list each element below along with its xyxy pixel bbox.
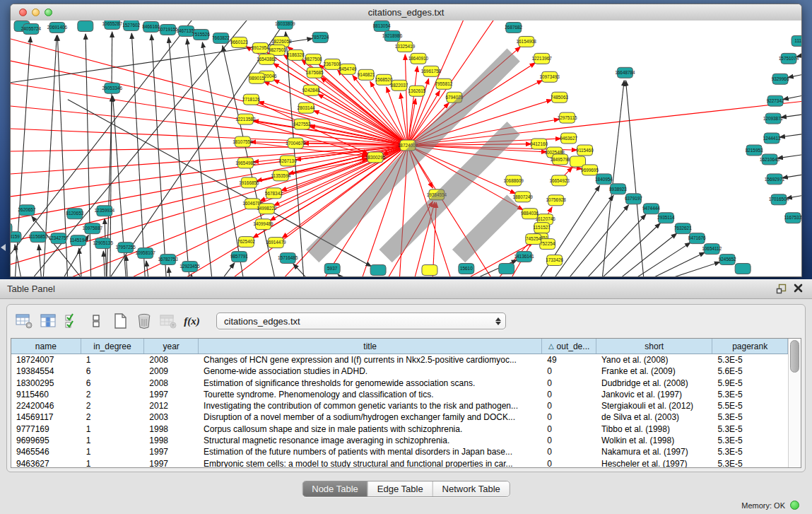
table-row[interactable]: 969969511998Structural magnetic resonanc… — [11, 435, 788, 446]
table-row[interactable]: 1830029562008Estimation of significance … — [11, 378, 788, 389]
table-cell[interactable]: 1 — [81, 435, 145, 446]
table-cell[interactable]: 5.3E-5 — [712, 389, 788, 400]
delete-table-button[interactable] — [158, 312, 177, 331]
table-cell[interactable]: 1997 — [144, 389, 199, 400]
table-cell[interactable]: 0 — [542, 424, 596, 435]
table-row[interactable]: 977716911998Corpus callosum shape and si… — [11, 424, 788, 435]
table-cell[interactable]: 14569117 — [11, 411, 81, 423]
column-header-name[interactable]: name — [11, 339, 81, 354]
table-cell[interactable]: 2012 — [144, 400, 199, 411]
table-cell[interactable]: 0 — [542, 446, 596, 457]
scrollbar-thumb[interactable] — [790, 340, 799, 373]
column-header-year[interactable]: year — [144, 339, 199, 354]
table-cell[interactable]: 2 — [81, 389, 145, 400]
table-cell[interactable]: 0 — [542, 389, 596, 400]
table-cell[interactable]: Tourette syndrome. Phenomenology and cla… — [199, 389, 542, 400]
table-cell[interactable]: Jankovic et al. (1997) — [596, 389, 712, 400]
table-cell[interactable]: 2008 — [144, 378, 199, 389]
table-cell[interactable]: Nakamura et al. (1997) — [596, 446, 712, 457]
table-cell[interactable]: Franke et al. (2009) — [596, 366, 712, 377]
table-cell[interactable]: Estimation of significance thresholds fo… — [199, 378, 542, 389]
table-cell[interactable]: 1 — [81, 354, 145, 366]
tab-edge-table[interactable]: Edge Table — [367, 481, 433, 496]
table-row[interactable]: 1872400712008Changes of HCN gene express… — [11, 354, 788, 366]
table-cell[interactable]: 5.9E-5 — [712, 378, 788, 389]
delete-columns-button[interactable] — [134, 312, 153, 331]
table-cell[interactable]: 1997 — [144, 458, 199, 467]
network-view-window[interactable]: citations_edges.txt 18724007183002951938… — [10, 4, 802, 277]
row-height-button[interactable] — [86, 312, 105, 331]
table-cell[interactable]: 1 — [81, 446, 145, 457]
table-cell[interactable]: 49 — [542, 354, 596, 366]
table-cell[interactable]: 0 — [542, 366, 596, 377]
table-cell[interactable]: 9699695 — [11, 435, 81, 446]
column-header-out-de-[interactable]: △out_de... — [542, 339, 596, 354]
table-cell[interactable]: 0 — [542, 378, 596, 389]
table-cell[interactable]: 5.3E-5 — [712, 424, 788, 435]
table-cell[interactable]: Disruption of a novel member of a sodium… — [199, 411, 542, 423]
table-cell[interactable]: 1997 — [144, 446, 199, 457]
edge[interactable] — [338, 274, 346, 276]
table-cell[interactable]: Changes of HCN gene expression and I(f) … — [199, 354, 542, 366]
table-cell[interactable]: 19384554 — [11, 366, 81, 377]
table-row[interactable]: 946362711997Embryonic stem cells: a mode… — [11, 458, 788, 467]
table-cell[interactable]: Investigating the contribution of common… — [199, 400, 542, 411]
table-cell[interactable]: 18724007 — [11, 354, 81, 366]
table-cell[interactable]: Hescheler et al. (1997) — [596, 458, 712, 467]
network-canvas[interactable]: 1872400718300295193845549660123891295418… — [11, 21, 801, 276]
table-vertical-scrollbar[interactable] — [788, 339, 801, 467]
float-panel-icon[interactable] — [776, 284, 787, 294]
table-cell[interactable]: 2 — [81, 411, 145, 423]
table-cell[interactable]: 5.3E-5 — [712, 354, 788, 366]
table-cell[interactable]: 5.3E-5 — [712, 446, 788, 457]
table-cell[interactable]: 5.3E-5 — [712, 435, 788, 446]
table-cell[interactable]: 2 — [81, 400, 145, 411]
column-header-in-degree[interactable]: in_degree — [81, 339, 145, 354]
edge[interactable] — [191, 274, 192, 276]
table-cell[interactable]: 9777169 — [11, 424, 81, 435]
table-cell[interactable]: Wolkin et al. (1998) — [596, 435, 712, 446]
table-cell[interactable]: 0 — [542, 411, 596, 423]
table-cell[interactable]: Genome-wide association studies in ADHD. — [199, 366, 542, 377]
create-column-button[interactable] — [110, 312, 129, 331]
table-cell[interactable]: 1998 — [144, 435, 199, 446]
table-cell[interactable]: 9463627 — [11, 458, 81, 467]
close-panel-icon[interactable] — [793, 283, 804, 293]
table-cell[interactable]: 2008 — [144, 354, 199, 366]
table-cell[interactable]: 2003 — [144, 411, 199, 423]
table-row[interactable]: 911546021997Tourette syndrome. Phenomeno… — [11, 389, 788, 400]
table-cell[interactable]: 9465546 — [11, 446, 81, 457]
table-row[interactable]: 1938455462009Genome-wide association stu… — [11, 366, 788, 377]
tab-network-table[interactable]: Network Table — [433, 481, 510, 496]
table-mode-button[interactable] — [14, 312, 33, 331]
table-cell[interactable]: 9115460 — [11, 389, 81, 400]
column-header-short[interactable]: short — [596, 339, 712, 354]
table-cell[interactable]: 0 — [542, 458, 596, 467]
table-row[interactable]: 2242004622012Investigating the contribut… — [11, 400, 788, 411]
table-row[interactable]: 946554611997Estimation of the future num… — [11, 446, 788, 457]
table-cell[interactable]: 1 — [81, 424, 145, 435]
table-cell[interactable]: de Silva et al. (2003) — [596, 411, 712, 423]
table-row[interactable]: 1456911722003Disruption of a novel membe… — [11, 411, 788, 423]
window-resize-grip[interactable] — [11, 21, 799, 274]
table-cell[interactable]: 2009 — [144, 366, 199, 377]
tab-node-table[interactable]: Node Table — [302, 481, 367, 496]
table-cell[interactable]: 5.3E-5 — [712, 458, 788, 467]
table-cell[interactable]: Corpus callosum shape and size in male p… — [199, 424, 542, 435]
table-cell[interactable]: Yano et al. (2008) — [596, 354, 712, 366]
table-cell[interactable]: 0 — [542, 435, 596, 446]
table-cell[interactable]: 0 — [542, 400, 596, 411]
table-cell[interactable]: 6 — [81, 378, 145, 389]
table-cell[interactable]: 5.5E-5 — [712, 400, 788, 411]
panel-collapse-arrow-icon[interactable] — [1, 244, 6, 251]
table-cell[interactable]: Dudbridge et al. (2008) — [596, 378, 712, 389]
table-cell[interactable]: Stergiakouli et al. (2012) — [596, 400, 712, 411]
network-window-titlebar[interactable]: citations_edges.txt — [11, 4, 801, 21]
table-cell[interactable]: Embryonic stem cells: a model to study s… — [199, 458, 542, 467]
table-cell[interactable]: 1 — [81, 458, 145, 467]
table-cell[interactable]: Tibbo et al. (1998) — [596, 424, 712, 435]
show-columns-button[interactable] — [38, 312, 57, 331]
select-columns-button[interactable] — [62, 312, 81, 331]
table-cell[interactable]: Structural magnetic resonance image aver… — [199, 435, 542, 446]
table-cell[interactable]: 6 — [81, 366, 145, 377]
